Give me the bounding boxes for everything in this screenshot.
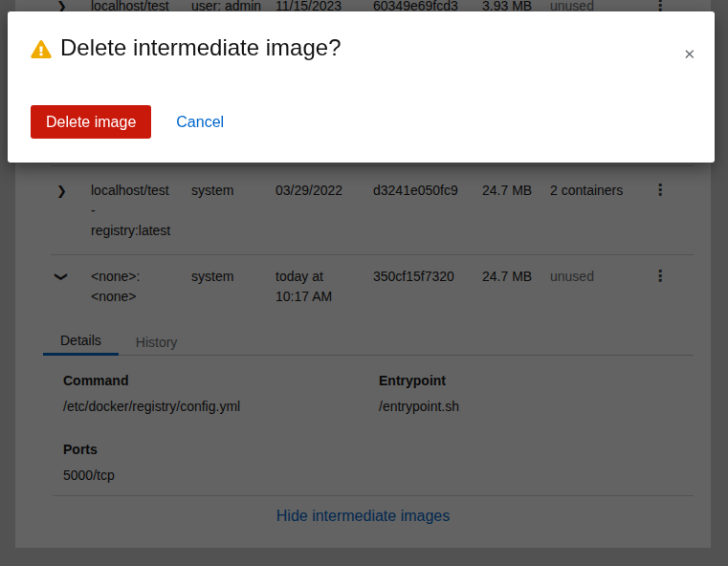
delete-image-dialog: Delete intermediate image? ✕ Delete imag…: [8, 11, 715, 163]
delete-image-button[interactable]: Delete image: [31, 105, 151, 139]
dialog-footer: Delete image Cancel: [31, 105, 239, 139]
warning-triangle-icon: [31, 40, 52, 58]
close-icon[interactable]: ✕: [683, 46, 695, 63]
dialog-header: Delete intermediate image?: [8, 11, 715, 62]
cancel-button[interactable]: Cancel: [161, 105, 239, 139]
dialog-title: Delete intermediate image?: [60, 33, 342, 62]
